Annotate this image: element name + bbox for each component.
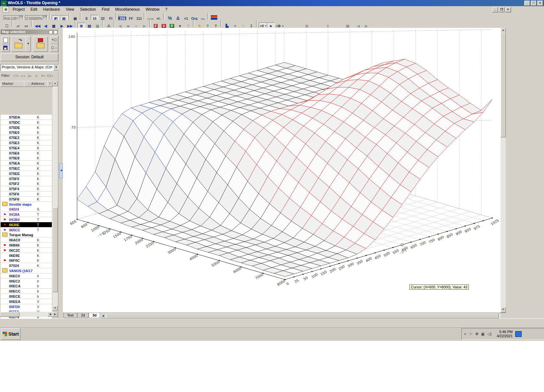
tray-chevron-icon[interactable]: « bbox=[463, 333, 468, 335]
map-row-075f4[interactable]: 075F4K bbox=[1, 186, 52, 191]
chart-vscroll-thumb[interactable] bbox=[501, 33, 506, 137]
scroll-right-button[interactable]: ▶ bbox=[52, 312, 58, 317]
map-row-00fd0[interactable]: 00FD0V bbox=[1, 304, 52, 309]
menu-edit[interactable]: Edit bbox=[28, 6, 40, 13]
map-row-00ece[interactable]: 00ECEIr bbox=[1, 294, 52, 299]
map-row-torquemanag[interactable]: Torque Manag bbox=[1, 232, 52, 237]
mdi-restore-button[interactable]: ❐ bbox=[499, 7, 504, 12]
map-row-04024[interactable]: 04024S bbox=[1, 207, 52, 212]
map-row-06b66[interactable]: ⚑06B66K bbox=[1, 243, 52, 248]
menu-view[interactable]: View bbox=[63, 6, 77, 13]
map-row-075dc[interactable]: 075DCK bbox=[1, 120, 52, 125]
panel-close-button[interactable] bbox=[54, 30, 57, 34]
map-row-075e3[interactable]: 075E3K bbox=[1, 140, 52, 145]
tab-text[interactable]: Text bbox=[63, 313, 77, 318]
maximize-button[interactable]: □ bbox=[531, 1, 537, 6]
menu-[interactable]: ? bbox=[162, 6, 170, 13]
map-row-00eea[interactable]: 00EEAV bbox=[1, 299, 52, 304]
start-button[interactable]: Start bbox=[1, 328, 20, 340]
menu-miscellaneous[interactable]: Miscellaneous bbox=[112, 6, 143, 13]
map-row-041b4[interactable]: ⚑041B4T bbox=[1, 217, 52, 222]
map-row-0630e[interactable]: ⚑0630ET bbox=[1, 222, 52, 227]
map-list-hscrollbar[interactable]: ◀ ▶ bbox=[0, 312, 58, 317]
map-row-075e2[interactable]: 075E2K bbox=[1, 135, 52, 140]
menu-find[interactable]: Find bbox=[99, 6, 112, 13]
map-3d-view[interactable]: 1407060080010001250150017502000225030004… bbox=[63, 28, 501, 313]
map-row-vanos1617[interactable]: VANOS (16/17 bbox=[1, 268, 52, 273]
session-icon[interactable]: ▣ bbox=[3, 6, 9, 13]
scroll-left-button[interactable]: ◀ bbox=[48, 312, 53, 317]
map-row-0418a[interactable]: ⚑0418AT bbox=[1, 212, 52, 217]
map-row-075f2[interactable]: 075F2K bbox=[1, 181, 52, 186]
chart-hscroll-thumb[interactable] bbox=[106, 314, 499, 318]
open-project-menu-button[interactable]: ▼ bbox=[26, 36, 31, 52]
mdi-minimize-button[interactable]: _ bbox=[492, 7, 498, 12]
map-properties-button-dropdown-icon[interactable]: ▾ bbox=[265, 25, 266, 27]
panel-float-button[interactable] bbox=[49, 30, 52, 34]
menu-selection[interactable]: Selection bbox=[77, 6, 99, 13]
map-row-075de[interactable]: 075DEK bbox=[1, 125, 52, 130]
scroll-down-button[interactable]: ▼ bbox=[52, 306, 58, 311]
menu-hardware[interactable]: Hardware bbox=[40, 6, 63, 13]
chart-scroll-up-button[interactable]: ▲ bbox=[501, 28, 506, 33]
toolbar-separator bbox=[80, 13, 81, 19]
map-row-075ee[interactable]: 075EEK bbox=[1, 171, 52, 176]
tray-update-icon[interactable]: ❋ bbox=[475, 332, 478, 336]
export-map-button[interactable]: ▢→ bbox=[50, 44, 58, 52]
chart-scroll-left-button[interactable]: ◀ bbox=[100, 314, 106, 318]
map-row-075da[interactable]: 075DAK bbox=[1, 115, 52, 120]
chart-vscrollbar[interactable]: ▲ ▼ bbox=[501, 28, 506, 313]
hscroll-thumb[interactable] bbox=[0, 312, 19, 317]
map-row-00ec0[interactable]: 00EC0Ir bbox=[1, 273, 52, 278]
tab-3d[interactable]: 3d bbox=[89, 313, 100, 318]
map-row-075e8[interactable]: 075E8K bbox=[1, 156, 52, 160]
map-row-06e9e[interactable]: 06E9EK bbox=[1, 253, 52, 258]
map-row-075e4[interactable]: 075E4K bbox=[1, 145, 52, 150]
close-button[interactable]: × bbox=[537, 1, 543, 6]
open-project-button[interactable]: ↷ bbox=[11, 36, 26, 52]
map-row-075ec[interactable]: 075ECK bbox=[1, 166, 52, 171]
vscroll-thumb[interactable] bbox=[52, 207, 58, 292]
tray-volume-icon[interactable]: ◁) bbox=[487, 332, 492, 336]
chart-hscrollbar[interactable] bbox=[106, 314, 501, 318]
axis-properties-button-dropdown-icon[interactable]: ▾ bbox=[282, 25, 284, 28]
new-version-button[interactable] bbox=[1, 36, 10, 44]
toolbar1-grip[interactable] bbox=[1, 13, 2, 19]
toolbar2-grip[interactable] bbox=[1, 21, 2, 27]
map-row-06c2c[interactable]: ⚑06C2CK bbox=[1, 248, 52, 253]
map-row-06ac0[interactable]: 06AC0K bbox=[1, 237, 52, 242]
map-row-075f0[interactable]: 075F0K bbox=[1, 176, 52, 181]
menu-window[interactable]: Window bbox=[143, 6, 163, 13]
map-row-075f6[interactable]: 075F6K bbox=[1, 191, 52, 196]
panel-title-bar[interactable]: Map selection bbox=[1, 29, 59, 34]
minimize-button[interactable]: _ bbox=[524, 1, 530, 6]
map-row-075e6[interactable]: 075E6K bbox=[1, 151, 52, 156]
map-row-07024[interactable]: 07024K bbox=[1, 263, 52, 268]
surface-plot[interactable]: 1407060080010001250150017502000225030004… bbox=[63, 28, 501, 313]
map-row-075e0[interactable]: 075E0K bbox=[1, 130, 52, 135]
map-row-075f8[interactable]: 075F8K bbox=[1, 197, 52, 202]
mdi-close-button[interactable]: × bbox=[505, 7, 511, 12]
scroll-up-button[interactable]: ▲ bbox=[52, 81, 58, 86]
save-version-button[interactable] bbox=[1, 44, 10, 52]
map-row-throttlemaps[interactable]: throttle maps bbox=[1, 202, 52, 207]
map-row-065cc[interactable]: ⚑065CCT bbox=[1, 227, 52, 232]
map-address: 075DC bbox=[9, 121, 37, 124]
tray-flag-icon[interactable]: ⚐ bbox=[469, 332, 473, 336]
show-desktop-icon[interactable] bbox=[515, 331, 522, 337]
tab-2d[interactable]: 2d bbox=[77, 313, 88, 318]
tray-network-icon[interactable]: ▣ bbox=[481, 332, 485, 336]
tray-clock[interactable]: 5:46 PM 4/22/2021 bbox=[497, 330, 513, 338]
map-row-00ec2[interactable]: 00EC2Ir bbox=[1, 279, 52, 283]
reimport-project-button[interactable] bbox=[33, 36, 48, 52]
import-map-button[interactable]: +▢ bbox=[50, 36, 58, 44]
map-row-00eca[interactable]: 00ECAIr bbox=[1, 283, 52, 288]
chart-scroll-down-button[interactable]: ▼ bbox=[501, 307, 506, 313]
map-row-06f0c[interactable]: ⚑06F0CK bbox=[1, 258, 52, 263]
menu-project[interactable]: Project bbox=[10, 6, 28, 13]
map-list-vscrollbar[interactable]: ▲ ▼ bbox=[52, 81, 58, 311]
map-row-075ea[interactable]: 075EAK bbox=[1, 161, 52, 166]
splitter-collapse-button[interactable]: ◀ bbox=[59, 163, 63, 178]
select-dropdown-button[interactable]: ▼ bbox=[53, 64, 59, 71]
map-row-00ecc[interactable]: 00ECCIr bbox=[1, 289, 52, 294]
